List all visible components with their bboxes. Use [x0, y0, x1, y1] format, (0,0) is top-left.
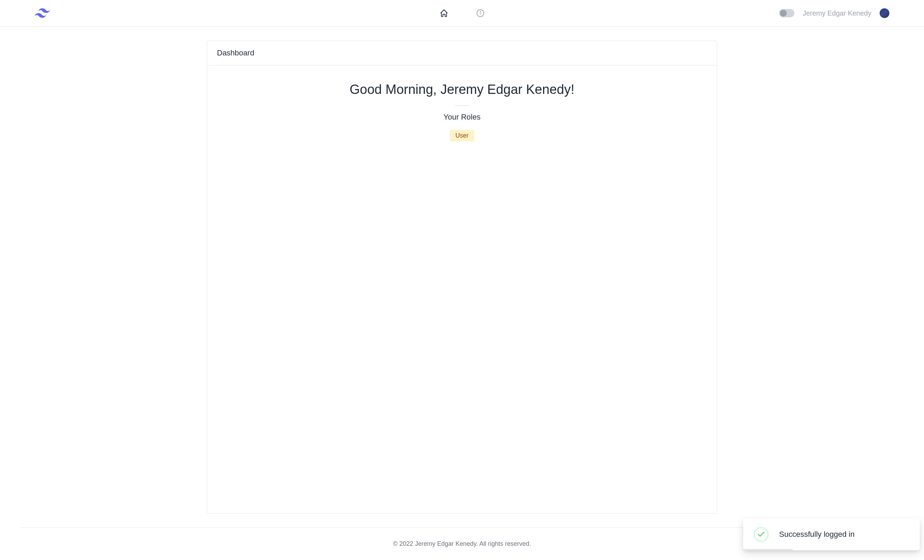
svg-point-2 — [480, 12, 481, 12]
info-nav-link[interactable] — [476, 9, 484, 17]
toggle-switch — [780, 10, 787, 16]
card-title: Dashboard — [217, 48, 707, 57]
header-left — [34, 8, 50, 18]
toast-progress — [743, 549, 793, 550]
roles-title: Your Roles — [444, 112, 481, 122]
role-badge: User — [450, 130, 474, 141]
logo[interactable] — [34, 8, 50, 18]
main: Dashboard Good Morning, Jeremy Edgar Ken… — [0, 27, 924, 527]
info-icon — [476, 9, 484, 17]
dashboard-card: Dashboard Good Morning, Jeremy Edgar Ken… — [207, 40, 717, 514]
tailwind-logo-icon — [34, 8, 50, 18]
card-body: Good Morning, Jeremy Edgar Kenedy! Your … — [207, 66, 717, 162]
greeting: Good Morning, Jeremy Edgar Kenedy! — [350, 82, 574, 97]
check-icon — [757, 530, 765, 539]
header: Jeremy Edgar Kenedy — [0, 0, 924, 27]
card-header: Dashboard — [207, 41, 717, 66]
home-icon — [440, 9, 448, 18]
toast-message: Successfully logged in — [779, 530, 855, 539]
divider — [455, 105, 469, 106]
user-name[interactable]: Jeremy Edgar Kenedy — [803, 9, 872, 17]
toast: Successfully logged in — [743, 518, 920, 550]
avatar[interactable] — [880, 8, 890, 18]
theme-toggle[interactable] — [779, 9, 794, 17]
header-right: Jeremy Edgar Kenedy — [779, 8, 890, 18]
header-nav — [440, 9, 484, 18]
toast-icon-wrapper — [753, 527, 769, 542]
home-nav-link[interactable] — [440, 9, 448, 18]
